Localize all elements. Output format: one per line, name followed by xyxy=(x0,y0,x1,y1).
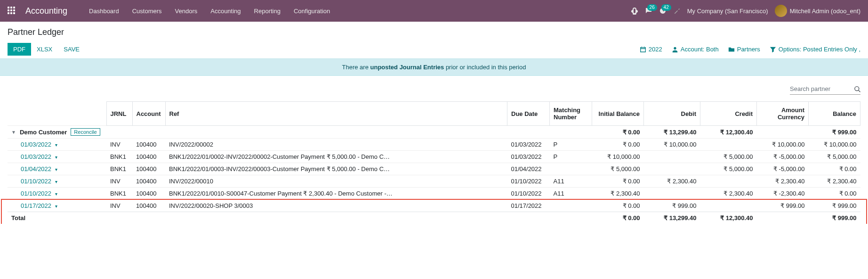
row-ref: INV/2022/00010 xyxy=(165,175,507,188)
row-initial: ₹ 0.00 xyxy=(592,200,644,212)
filter-bar: 2022 Account: Both Partners Options: Pos… xyxy=(640,46,860,53)
caret-down-icon[interactable]: ▾ xyxy=(55,191,57,197)
row-credit xyxy=(700,175,757,188)
filter-date[interactable]: 2022 xyxy=(640,46,662,53)
table-row: 01/03/2022 ▾ BNK1 100400 BNK1/2022/01/00… xyxy=(8,151,860,163)
row-initial: ₹ 0.00 xyxy=(592,139,644,151)
nav-dashboard[interactable]: Dashboard xyxy=(82,0,126,22)
navbar: Accounting Dashboard Customers Vendors A… xyxy=(0,0,868,22)
partner-name[interactable]: Demo Customer xyxy=(20,129,67,136)
nav-reporting[interactable]: Reporting xyxy=(248,0,287,22)
company-selector[interactable]: My Company (San Francisco) xyxy=(687,8,768,15)
row-ref: INV/2022/00002 xyxy=(165,139,507,151)
th-credit: Credit xyxy=(700,102,757,126)
table-wrapper: JRNL Account Ref Due Date Matching Numbe… xyxy=(0,101,868,224)
search-icon[interactable] xyxy=(854,85,860,93)
navbar-left: Accounting Dashboard Customers Vendors A… xyxy=(8,0,337,22)
row-date[interactable]: 01/03/2022 ▾ xyxy=(8,139,106,151)
row-account: 100400 xyxy=(132,163,165,175)
row-date[interactable]: 01/03/2022 ▾ xyxy=(8,151,106,163)
debug-icon[interactable] xyxy=(631,7,638,15)
partner-initial: ₹ 0.00 xyxy=(592,126,644,139)
apps-icon[interactable] xyxy=(8,7,16,15)
nav-configuration[interactable]: Configuration xyxy=(287,0,337,22)
nav-menu: Dashboard Customers Vendors Accounting R… xyxy=(82,0,337,22)
row-debit xyxy=(644,151,700,163)
nav-vendors[interactable]: Vendors xyxy=(169,0,204,22)
row-jrnl: BNK1 xyxy=(106,151,132,163)
row-ref: BNK1/2022/01/0002-INV/2022/00002-Custome… xyxy=(165,151,507,163)
row-due: 01/10/2022 xyxy=(507,188,550,200)
row-date[interactable]: 01/17/2022 ▾ xyxy=(8,200,106,212)
th-name xyxy=(8,102,106,126)
user-name: Mitchell Admin (odoo_ent) xyxy=(790,8,860,15)
row-match: A11 xyxy=(550,175,592,188)
total-row: Total ₹ 0.00 ₹ 13,299.40 ₹ 12,300.40 ₹ 9… xyxy=(8,212,860,224)
row-jrnl: BNK1 xyxy=(106,188,132,200)
caret-down-icon[interactable]: ▾ xyxy=(55,155,57,160)
filter-options[interactable]: Options: Posted Entries Only , xyxy=(770,46,860,53)
th-balance: Balance xyxy=(809,102,860,126)
row-date[interactable]: 01/10/2022 ▾ xyxy=(8,175,106,188)
pdf-button[interactable]: PDF xyxy=(8,43,31,56)
svg-point-0 xyxy=(854,86,859,90)
alert-unposted-entries[interactable]: There are unposted Journal Entries prior… xyxy=(0,58,868,76)
activities-badge: 42 xyxy=(661,4,671,11)
nav-customers[interactable]: Customers xyxy=(126,0,169,22)
row-balance: ₹ 2,300.40 xyxy=(809,175,860,188)
filter-date-label: 2022 xyxy=(649,46,662,53)
xlsx-button[interactable]: XLSX xyxy=(31,43,58,56)
user-menu[interactable]: Mitchell Admin (odoo_ent) xyxy=(775,5,860,17)
row-jrnl: BNK1 xyxy=(106,163,132,175)
row-credit: ₹ 5,000.00 xyxy=(700,163,757,175)
row-amt-cur: ₹ 10,000.00 xyxy=(757,139,809,151)
row-date[interactable]: 01/04/2022 ▾ xyxy=(8,163,106,175)
alert-text-strong: unposted Journal Entries xyxy=(370,64,444,71)
filter-partners[interactable]: Partners xyxy=(728,46,760,53)
row-ref: BNK1/2022/01/0010-S00047-Customer Paymen… xyxy=(165,188,507,200)
row-amt-cur: ₹ 2,300.40 xyxy=(757,175,809,188)
row-balance: ₹ 5,000.00 xyxy=(809,151,860,163)
save-button[interactable]: SAVE xyxy=(58,43,85,56)
messages-badge: 26 xyxy=(647,4,657,11)
table-row: 01/17/2022 ▾ INV 100400 INV/2022/00020-S… xyxy=(8,200,860,212)
partner-row: ▼ Demo Customer Reconcile ₹ 0.00 ₹ 13,29… xyxy=(8,126,860,139)
row-debit: ₹ 999.00 xyxy=(644,200,700,212)
table-row: 01/04/2022 ▾ BNK1 100400 BNK1/2022/01/00… xyxy=(8,163,860,175)
collapse-icon[interactable]: ▼ xyxy=(11,130,16,135)
filter-account[interactable]: Account: Both xyxy=(672,46,719,53)
table-row: 01/03/2022 ▾ INV 100400 INV/2022/00002 0… xyxy=(8,139,860,151)
row-amt-cur: ₹ 999.00 xyxy=(757,200,809,212)
row-initial: ₹ 10,000.00 xyxy=(592,151,644,163)
tools-icon[interactable] xyxy=(673,7,681,15)
reconcile-button[interactable]: Reconcile xyxy=(71,128,100,136)
total-balance: ₹ 999.00 xyxy=(809,212,860,224)
user-icon xyxy=(672,46,678,53)
row-balance: ₹ 0.00 xyxy=(809,163,860,175)
th-initial: Initial Balance xyxy=(592,102,644,126)
export-buttons: PDF XLSX SAVE xyxy=(8,43,85,56)
messages-icon[interactable]: 26 xyxy=(645,7,652,15)
row-due: 01/03/2022 xyxy=(507,139,550,151)
row-initial: ₹ 2,300.40 xyxy=(592,188,644,200)
row-debit xyxy=(644,163,700,175)
caret-down-icon[interactable]: ▾ xyxy=(55,204,57,209)
total-debit: ₹ 13,299.40 xyxy=(644,212,700,224)
partner-ledger-table: JRNL Account Ref Due Date Matching Numbe… xyxy=(8,101,860,224)
nav-accounting[interactable]: Accounting xyxy=(204,0,247,22)
row-match: P xyxy=(550,151,592,163)
row-account: 100400 xyxy=(132,139,165,151)
filter-options-label: Options: Posted Entries Only , xyxy=(779,46,860,53)
brand-title[interactable]: Accounting xyxy=(25,6,67,16)
activities-icon[interactable]: 42 xyxy=(659,7,667,15)
table-row: 01/10/2022 ▾ INV 100400 INV/2022/00010 0… xyxy=(8,175,860,188)
row-amt-cur: ₹ -5,000.00 xyxy=(757,151,809,163)
th-ref: Ref xyxy=(165,102,507,126)
caret-down-icon[interactable]: ▾ xyxy=(55,167,57,172)
table-row: 01/10/2022 ▾ BNK1 100400 BNK1/2022/01/00… xyxy=(8,188,860,200)
row-balance: ₹ 10,000.00 xyxy=(809,139,860,151)
search-input[interactable] xyxy=(790,83,854,94)
caret-down-icon[interactable]: ▾ xyxy=(55,179,57,184)
row-date[interactable]: 01/10/2022 ▾ xyxy=(8,188,106,200)
caret-down-icon[interactable]: ▾ xyxy=(55,142,57,148)
